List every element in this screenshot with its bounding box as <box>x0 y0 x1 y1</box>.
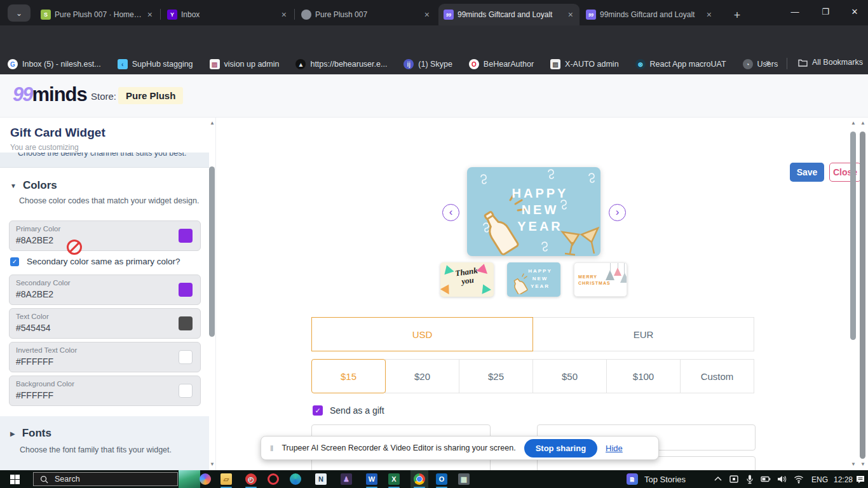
amount-option-20[interactable]: $20 <box>385 359 459 393</box>
excel-icon[interactable]: X <box>388 473 400 485</box>
news-widget-label[interactable]: Top Stories <box>644 475 686 484</box>
word-icon[interactable]: W <box>366 473 377 485</box>
send-as-gift-checkbox[interactable]: ✓ <box>313 405 323 416</box>
sidebar-scroll-up-icon[interactable]: ▲ <box>208 120 216 126</box>
tab-search-button[interactable]: ⌄ <box>8 4 31 22</box>
carousel-next-button[interactable]: › <box>609 204 626 221</box>
new-tab-button[interactable]: + <box>728 6 746 24</box>
hide-share-bar-link[interactable]: Hide <box>606 444 623 453</box>
outlook-icon[interactable]: O <box>436 473 447 485</box>
bookmark-skype[interactable]: ij(1) Skype <box>403 59 452 69</box>
amount-option-15[interactable]: $15 <box>311 359 386 393</box>
screen: ⌄ S Pure Plush 007 · Home · Sho × Y Inbo… <box>0 0 868 488</box>
bookmark-behearuser[interactable]: ▲https://behearuser.e... <box>295 59 387 69</box>
tab-pure-plush-home[interactable]: S Pure Plush 007 · Home · Sho × <box>36 4 159 25</box>
identity-app-icon[interactable]: ♟ <box>341 473 352 485</box>
save-button[interactable]: Save <box>790 163 824 182</box>
window-close-button[interactable]: ✕ <box>841 0 868 23</box>
thumbnail-thank-you[interactable]: Thank you <box>440 262 494 297</box>
sidebar-scrollbar-thumb[interactable] <box>209 166 215 337</box>
tab-99minds-active[interactable]: 99 99minds Giftcard and Loyalt × <box>438 4 580 25</box>
amount-option-50[interactable]: $50 <box>532 359 607 393</box>
send-as-gift-label: Send as a gift <box>330 405 384 416</box>
fonts-section-header[interactable]: ▶ Fonts <box>10 427 51 440</box>
media-recorder-icon[interactable]: ◴ <box>245 473 257 485</box>
news-widget-icon[interactable]: 🗎 <box>627 473 638 485</box>
close-button[interactable]: Close <box>829 163 861 182</box>
bookmark-vision-up[interactable]: ▨vision up admin <box>210 59 280 69</box>
copilot-icon[interactable] <box>200 473 211 485</box>
carousel-prev-button[interactable]: ‹ <box>442 204 459 221</box>
text-color-swatch[interactable] <box>179 316 193 330</box>
nx-app-icon[interactable]: N <box>315 473 327 485</box>
clock[interactable]: 12:28 <box>834 475 853 484</box>
inverted-text-color-field[interactable]: Inverted Text Color #FFFFFF <box>9 342 201 372</box>
edge-icon[interactable] <box>290 473 301 485</box>
bookmark-inbox[interactable]: GInbox (5) - nilesh.est... <box>8 59 101 69</box>
sidebar-scroll-down-icon[interactable]: ▼ <box>208 461 216 467</box>
bookmark-behearauthor[interactable]: OBeHearAuthor <box>469 59 534 69</box>
content-scroll-down-icon[interactable]: ▼ <box>850 461 857 467</box>
taskbar-search-box[interactable]: Search <box>33 472 178 486</box>
bookmarks-overflow-button[interactable]: » <box>766 57 770 67</box>
currency-tab-usd[interactable]: USD <box>311 317 533 351</box>
background-color-swatch[interactable] <box>179 384 193 398</box>
background-color-field[interactable]: Background Color #FFFFFF <box>9 376 201 406</box>
tray-battery-icon[interactable] <box>761 474 771 484</box>
secondary-color-field[interactable]: Secondary Color #8A2BE2 <box>9 274 201 305</box>
chrome-icon[interactable] <box>414 473 425 485</box>
currency-tab-eur[interactable]: EUR <box>532 317 754 351</box>
tab-pure-plush[interactable]: Pure Plush 007 × <box>296 4 436 25</box>
window-restore-button[interactable]: ❐ <box>811 0 840 23</box>
tab-close-icon[interactable]: × <box>705 10 713 19</box>
tab-close-icon[interactable]: × <box>567 10 574 19</box>
window-minimize-button[interactable]: — <box>780 0 810 23</box>
tab-inbox[interactable]: Y Inbox × <box>162 4 293 25</box>
tray-chevron-up-icon[interactable] <box>713 474 723 484</box>
primary-color-swatch[interactable] <box>179 229 193 243</box>
bookmark-users[interactable]: ◔Users <box>743 59 778 69</box>
thumbnail-merry-christmas[interactable]: MERRY CHRISTMAS <box>574 262 627 297</box>
page-scroll-down-icon[interactable]: ▼ <box>859 461 867 467</box>
page-scroll-up-icon[interactable]: ▲ <box>859 120 867 126</box>
tab-close-icon[interactable]: × <box>280 10 288 19</box>
file-explorer-icon[interactable]: ▱ <box>220 473 232 485</box>
opera-icon[interactable] <box>268 473 279 485</box>
tray-wifi-icon[interactable] <box>794 474 804 484</box>
start-button-icon[interactable] <box>10 475 20 484</box>
widgets-landscape-thumbnail[interactable] <box>179 470 200 488</box>
amount-option-100[interactable]: $100 <box>606 359 681 393</box>
same-color-checkbox[interactable]: ✓ <box>10 257 19 266</box>
content-scroll-up-icon[interactable]: ▲ <box>850 120 857 126</box>
language-indicator[interactable]: ENG <box>811 475 828 484</box>
colors-section-header[interactable]: ▼ Colors <box>10 179 57 192</box>
tab-99minds-2[interactable]: 99 99minds Giftcard and Loyalt × <box>581 4 718 25</box>
amount-option-25[interactable]: $25 <box>459 359 533 393</box>
amount-option-custom[interactable]: Custom <box>680 359 754 393</box>
inverted-text-color-swatch[interactable] <box>179 350 193 364</box>
widget-settings-sidebar: Gift Card Widget You are customizing Cho… <box>0 118 216 470</box>
thumbnail-happy-new-year[interactable]: HAPPY NEW YEAR <box>507 262 560 297</box>
notification-center-icon[interactable] <box>855 474 865 484</box>
drag-handle-icon[interactable]: ‖ <box>270 444 273 453</box>
all-bookmarks-button[interactable]: All Bookmarks <box>798 58 863 67</box>
bookmark-xauto[interactable]: ▨X-AUTO admin <box>550 59 619 69</box>
secondary-color-swatch[interactable] <box>179 283 193 297</box>
remote-desktop-icon[interactable]: ▦ <box>458 473 470 485</box>
primary-color-field[interactable]: Primary Color #8A2BE2 <box>9 220 201 251</box>
text-color-field[interactable]: Text Color #545454 <box>9 308 201 339</box>
tab-close-icon[interactable]: × <box>146 10 154 19</box>
gift-card-text: HAPPY NEW YEAR <box>486 185 594 234</box>
google-icon: G <box>8 59 18 69</box>
content-scrollbar-thumb[interactable] <box>850 132 856 340</box>
page-scrollbar-thumb[interactable] <box>860 132 865 459</box>
tray-screen-icon[interactable] <box>729 474 739 484</box>
bookmark-react-app[interactable]: ⊛React App macroUAT <box>635 59 726 69</box>
bookmark-suphub[interactable]: ‹SupHub stagging <box>118 59 193 69</box>
stop-sharing-button[interactable]: Stop sharing <box>524 439 597 458</box>
tray-microphone-icon[interactable] <box>745 474 755 484</box>
tray-speaker-icon[interactable] <box>776 474 787 484</box>
tab-close-icon[interactable]: × <box>423 10 431 19</box>
browser-toolbar: qa.giftcard.99minds.co/app/management/wi… <box>0 25 868 54</box>
share-message: Trupeer AI Screen Recorder & Video Edito… <box>281 444 515 452</box>
